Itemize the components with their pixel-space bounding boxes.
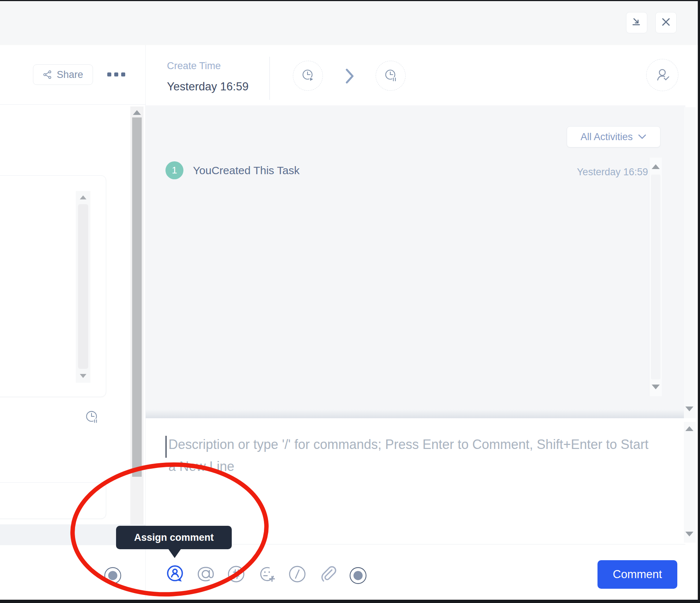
start-timer-button[interactable] — [293, 61, 323, 91]
minimize-icon — [631, 16, 642, 29]
task-modal-window: Share Create Time Yesterday 16:59 — [0, 1, 698, 600]
ellipsis-icon — [107, 72, 111, 76]
composer-scrollbar[interactable] — [684, 422, 696, 543]
card-scrollbar[interactable] — [76, 191, 90, 383]
add-assignee-button[interactable] — [646, 59, 678, 91]
chevron-right-icon — [345, 68, 355, 85]
share-button[interactable]: Share — [33, 64, 93, 85]
comment-submit-button[interactable]: Comment — [597, 560, 677, 589]
stop-timer-button[interactable] — [376, 61, 406, 91]
timer-start-clock-icon — [299, 67, 317, 85]
record-icon — [104, 566, 122, 585]
scroll-down-arrow[interactable] — [80, 374, 86, 378]
record-button[interactable] — [103, 565, 123, 586]
left-panel-scrollbar[interactable] — [130, 106, 144, 524]
more-options-button[interactable] — [107, 72, 125, 76]
text-cursor — [165, 436, 167, 458]
activity-filter-label: All Activities — [581, 131, 633, 143]
left-panel-card — [0, 175, 106, 397]
assignee-person-check-icon — [654, 67, 671, 83]
scroll-down-arrow[interactable] — [685, 532, 693, 536]
tooltip-label: Assign comment — [134, 532, 214, 543]
window-top-band — [0, 1, 698, 45]
activity-scrollbar[interactable] — [649, 158, 662, 396]
scroll-up-arrow[interactable] — [80, 195, 86, 199]
record-clip-button[interactable] — [348, 565, 368, 586]
slash-command-button[interactable] — [287, 564, 308, 584]
scrollbar-thumb[interactable] — [132, 117, 142, 477]
add-emoji-icon — [257, 564, 278, 584]
page-scrollbar[interactable] — [684, 107, 696, 418]
scrollbar-thumb[interactable] — [651, 175, 660, 379]
activity-avatar: 1 — [165, 161, 183, 179]
comment-input[interactable]: Description or type '/' for commands; Pr… — [168, 434, 652, 477]
tag-button[interactable] — [226, 564, 246, 584]
mention-button[interactable] — [196, 564, 216, 584]
scroll-up-arrow[interactable] — [652, 164, 660, 169]
scroll-up-arrow[interactable] — [133, 110, 141, 115]
assign-comment-icon — [165, 564, 186, 584]
close-icon — [660, 16, 671, 29]
activity-panel — [146, 105, 685, 418]
share-button-label: Share — [57, 69, 83, 80]
share-icon — [43, 70, 52, 79]
scrollbar-thumb[interactable] — [78, 204, 88, 369]
chevron-down-icon — [638, 134, 647, 140]
tag-icon — [226, 564, 246, 584]
activity-item-timestamp: Yesterday 16:59 — [546, 166, 648, 178]
activity-item-text: YouCreated This Task — [193, 164, 299, 177]
add-emoji-button[interactable] — [257, 564, 278, 584]
assign-comment-tooltip: Assign comment — [116, 526, 232, 549]
left-panel-card-small — [0, 482, 106, 519]
mention-icon — [196, 564, 216, 584]
scroll-down-arrow[interactable] — [685, 407, 693, 411]
minimize-button[interactable] — [626, 12, 647, 33]
create-time-value: Yesterday 16:59 — [167, 80, 249, 93]
attachment-button[interactable] — [317, 564, 338, 584]
timer-stop-clock-icon — [382, 67, 399, 85]
close-button[interactable] — [655, 12, 677, 33]
activity-filter-dropdown[interactable]: All Activities — [567, 126, 660, 147]
assign-comment-button[interactable] — [165, 564, 186, 584]
record-icon — [349, 566, 367, 585]
header-vertical-divider — [269, 57, 270, 100]
timer-clock-icon[interactable] — [83, 408, 101, 428]
tooltip-tail — [168, 548, 182, 558]
header-divider — [0, 104, 145, 105]
attachment-icon — [317, 564, 338, 584]
slash-command-icon — [287, 564, 308, 584]
scroll-up-arrow[interactable] — [685, 426, 693, 431]
scroll-down-arrow[interactable] — [652, 385, 660, 389]
create-time-label: Create Time — [167, 60, 221, 72]
